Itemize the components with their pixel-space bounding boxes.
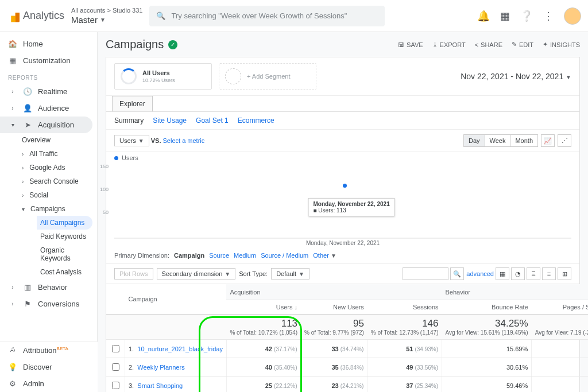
sidebar-all-campaigns[interactable]: All Campaigns [37,216,92,230]
export-button[interactable]: ⤓ EXPORT [432,41,466,48]
search-button[interactable]: 🔍 [450,267,464,280]
granularity-week[interactable]: Week [485,134,511,147]
dim-other[interactable]: Other ▼ [313,252,336,259]
sidebar-discover[interactable]: 💡Discover [0,359,98,375]
view-name: Master [71,14,98,26]
insights-button[interactable]: ✦ INSIGHTS [543,41,580,48]
view-comparison-icon[interactable]: ≡ [542,267,556,280]
secondary-dimension[interactable]: Secondary dimension ▼ [157,268,236,280]
apps-icon[interactable]: ▦ [500,10,510,22]
share-button[interactable]: < SHARE [475,41,502,48]
page-actions: 🖫 SAVE ⤓ EXPORT < SHARE ✎ EDIT ✦ INSIGHT… [398,41,580,48]
account-switcher[interactable]: All accounts > Studio 331 Master▼ [71,6,142,26]
dim-source-medium[interactable]: Source / Medium [261,252,308,259]
sidebar-audience[interactable]: ›👤Audience [0,100,97,117]
sidebar-campaigns[interactable]: ▾ Campaigns [18,202,97,216]
product-logo[interactable]: Analytics [7,10,64,22]
dim-campaign[interactable]: Campaign [174,252,204,259]
sidebar-conversions[interactable]: ›⚑Conversions [0,296,97,312]
sidebar-attribution[interactable]: ಸAttributionBETA [0,342,98,359]
view-performance-icon[interactable]: Ξ [527,267,540,280]
edit-button[interactable]: ✎ EDIT [512,41,533,48]
row-checkbox[interactable] [112,345,119,352]
view-percent-icon[interactable]: ◔ [511,267,525,280]
campaign-table: Campaign Acquisition Behavior Conversion… [106,284,588,392]
advanced-link[interactable]: advanced [466,270,494,277]
granularity-month[interactable]: Month [510,134,538,147]
avatar[interactable] [564,7,581,25]
clock-icon: 🕓 [23,87,32,96]
sidebar-acquisition[interactable]: ▾➤Acquisition [0,117,92,133]
sidebar: 🏠Home ▦Customization REPORTS ›🕓Realtime … [0,32,98,392]
subtab-ecom[interactable]: Ecommerce [238,117,274,125]
sidebar-admin[interactable]: ⚙Admin [0,375,98,392]
sidebar-organic-keywords[interactable]: Organic Keywords [37,243,97,265]
save-button[interactable]: 🖫 SAVE [398,41,423,48]
chart-area[interactable]: 150 100 50 Monday, November 22, 2021 ■ U… [114,164,571,238]
chevron-right-icon: › [22,151,24,157]
sidebar-alltraffic[interactable]: › All Traffic [18,147,97,161]
view-pivot-icon[interactable]: ⊞ [558,267,571,280]
sidebar-customization[interactable]: ▦Customization [0,52,97,69]
add-segment[interactable]: + Add Segment [219,63,316,90]
chart-point [343,184,347,188]
search-icon: 🔍 [156,11,165,20]
chevron-right-icon: › [8,105,17,111]
sidebar-home[interactable]: 🏠Home [0,36,97,52]
sidebar-googleads[interactable]: › Google Ads [18,161,97,174]
sidebar-behavior[interactable]: ›▥Behavior [0,279,97,296]
row-checkbox[interactable] [112,382,119,389]
sidebar-searchconsole[interactable]: › Search Console [18,174,97,188]
metric-select[interactable]: Users ▼ [114,135,149,146]
attribution-icon: ಸ [8,346,17,355]
date-range[interactable]: Nov 22, 2021 - Nov 22, 2021 ▼ [461,72,571,81]
campaign-link[interactable]: 10_nurture_2021_black_friday [137,346,223,352]
col-sessions[interactable]: Sessions [368,300,442,315]
page-title: Campaigns✓ [106,38,177,51]
segment-all-users[interactable]: All Users10.72% Users [114,63,212,90]
campaign-link[interactable]: Weekly Planners [137,364,184,371]
view-table-icon[interactable]: ▦ [496,267,509,280]
subtab-goal[interactable]: Goal Set 1 [196,117,229,125]
chart-type-line[interactable]: 📈 [541,134,555,147]
table-row: 1. 10_nurture_2021_black_friday 42 (37.1… [106,340,588,358]
select-metric[interactable]: Select a metric [163,137,205,144]
col-users[interactable]: Users ↓ [226,300,301,315]
main-content: Campaigns✓ 🖫 SAVE ⤓ EXPORT < SHARE ✎ EDI… [98,32,588,392]
person-icon: 👤 [23,104,32,112]
col-bounce[interactable]: Bounce Rate [442,300,532,315]
behavior-icon: ▥ [23,283,32,292]
search-bar[interactable]: 🔍 Try searching "Week over Week Growth o… [149,6,385,26]
sidebar-overview[interactable]: Overview [18,133,97,147]
reports-header: REPORTS [0,69,97,83]
notifications-icon[interactable]: 🔔 [477,10,490,22]
table-row: 3. Smart Shopping 25 (22.12%) 23 (24.21%… [106,377,588,393]
subtab-site[interactable]: Site Usage [153,117,187,125]
home-icon: 🏠 [8,40,17,48]
sidebar-cost-analysis[interactable]: Cost Analysis [37,265,97,279]
sort-type[interactable]: Default ▼ [271,268,310,280]
table-row: 2. Weekly Planners 40 (35.40%) 35 (36.84… [106,358,588,377]
sidebar-realtime[interactable]: ›🕓Realtime [0,83,97,100]
analytics-icon [7,10,20,22]
tab-explorer[interactable]: Explorer [112,96,153,111]
col-newusers[interactable]: New Users [301,300,368,315]
donut-icon [121,68,137,84]
chart-type-motion[interactable]: ⋰ [558,134,571,147]
chevron-right-icon: › [8,284,17,290]
kebab-menu-icon[interactable]: ⋮ [543,10,554,22]
col-pps[interactable]: Pages / Session [532,300,588,315]
search-placeholder: Try searching "Week over Week Growth of … [171,11,347,20]
subtab-summary[interactable]: Summary [114,117,144,125]
col-campaign[interactable]: Campaign [125,284,227,315]
primary-dimension-label: Primary Dimension: [114,252,169,259]
granularity-day[interactable]: Day [463,134,485,147]
dim-medium[interactable]: Medium [234,252,256,259]
help-icon[interactable]: ❔ [520,10,533,22]
campaign-link[interactable]: Smart Shopping [137,382,183,389]
row-checkbox[interactable] [112,363,119,371]
sidebar-social[interactable]: › Social [18,188,97,202]
table-search[interactable] [403,267,448,280]
sidebar-paid-keywords[interactable]: Paid Keywords [37,230,97,243]
dim-source[interactable]: Source [209,252,229,259]
